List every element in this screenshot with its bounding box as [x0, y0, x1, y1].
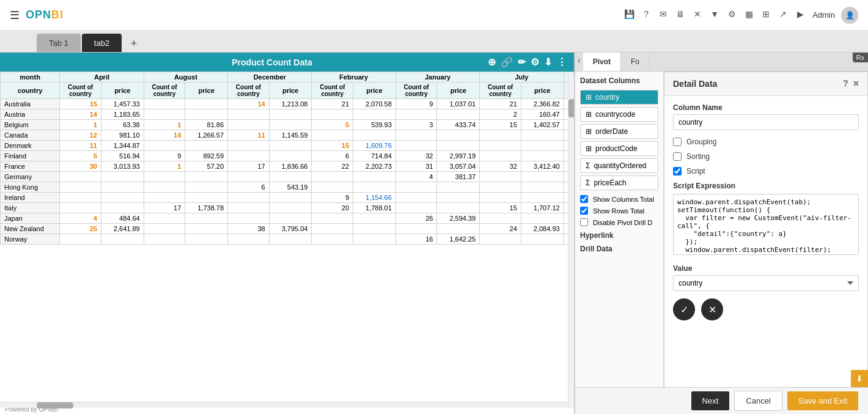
table-cell: Denmark	[1, 141, 60, 151]
table-cell	[480, 130, 521, 141]
show-columns-total-row: Show Columns Total	[580, 195, 658, 203]
expand-icon[interactable]: ↗	[777, 9, 789, 21]
dataset-col-quantityOrdered[interactable]: ΣquantityOrdered	[580, 158, 658, 173]
footer-actions: Next Cancel Save and Exit	[575, 387, 868, 414]
table-cell	[312, 130, 353, 141]
table-cell: 1,344.87	[101, 141, 144, 151]
table-cell: 981.10	[101, 130, 144, 141]
confirm-button[interactable]: ✓	[673, 298, 695, 320]
move-icon[interactable]: ⊕	[488, 56, 496, 68]
download-icon[interactable]: ⬇	[544, 56, 552, 68]
script-checkbox[interactable]	[673, 167, 682, 176]
grouping-checkbox[interactable]	[673, 138, 682, 146]
value-select[interactable]: countrycountrycodeorderDateproductCode	[673, 275, 859, 291]
monitor-icon[interactable]: 🖥	[674, 9, 686, 21]
drill-data-label: Drill Data	[580, 245, 658, 253]
table-cell	[521, 182, 564, 193]
show-rows-total-checkbox[interactable]	[580, 207, 588, 215]
save-icon[interactable]: 💾	[623, 9, 635, 21]
add-tab-button[interactable]: +	[125, 35, 142, 52]
table-cell	[144, 172, 185, 182]
table-container[interactable]: month April August December February Jan…	[0, 72, 574, 245]
help-icon[interactable]: ?	[640, 9, 652, 21]
report-toolbar: ⊕ 🔗 ✏ ⚙ ⬇ ⋮	[488, 56, 567, 68]
table-cell	[144, 193, 185, 203]
report-title-bar: Product Count Data ⊕ 🔗 ✏ ⚙ ⬇ ⋮	[0, 53, 574, 72]
dataset-col-orderDate[interactable]: ⊞orderDate	[580, 124, 658, 139]
month-header: month	[1, 72, 60, 83]
table-cell: 21	[480, 99, 521, 109]
table-cell	[437, 224, 480, 234]
table-cell	[269, 120, 312, 130]
mail-icon[interactable]: ✉	[657, 9, 669, 21]
tab-tab1[interactable]: Tab 1	[37, 34, 81, 52]
h-scrollbar[interactable]	[0, 402, 568, 408]
value-row: Value countrycountrycodeorderDateproduct…	[673, 264, 859, 291]
tab-pivot[interactable]: Pivot	[583, 53, 621, 71]
sorting-label: Sorting	[686, 152, 710, 161]
table-cell	[312, 234, 353, 245]
tab-tab2[interactable]: tab2	[82, 34, 122, 52]
cancel-button[interactable]: Cancel	[734, 391, 782, 411]
table-cell	[60, 193, 101, 203]
edit-icon[interactable]: ✏	[518, 56, 526, 68]
save-exit-button[interactable]: Save and Exit	[787, 391, 858, 410]
menu-icon[interactable]: ☰	[10, 9, 20, 22]
dataset-col-priceEach[interactable]: ΣpriceEach	[580, 176, 658, 190]
more-icon[interactable]: ⋮	[557, 56, 567, 68]
v-scrollbar[interactable]	[568, 75, 574, 408]
table-cell	[353, 213, 396, 224]
settings-icon[interactable]: ⚙	[726, 9, 738, 21]
link-icon[interactable]: 🔗	[501, 56, 513, 68]
table-cell: 1,183.65	[101, 109, 144, 120]
script-expression-input[interactable]	[673, 194, 859, 255]
discard-button[interactable]: ✕	[701, 298, 723, 320]
download-right-icon[interactable]: ⬇	[851, 370, 868, 387]
detail-close-icon[interactable]: ×	[853, 78, 859, 89]
table-cell: Hong Kong	[1, 182, 60, 193]
table-cell: 3	[395, 120, 437, 130]
aug-price-header: price	[185, 83, 228, 99]
dataset-columns-title: Dataset Columns	[580, 76, 658, 85]
detail-panel: Detail Data ? × Column Name Grouping	[664, 72, 868, 411]
disable-pivot-drill-checkbox[interactable]	[580, 218, 588, 226]
tab-bar: Tab 1 tab2 +	[0, 31, 868, 53]
filter-icon[interactable]: ▼	[708, 9, 721, 21]
show-columns-total-label: Show Columns Total	[593, 196, 654, 203]
tab-fo[interactable]: Fo	[621, 53, 650, 71]
table-cell: 24	[480, 224, 521, 234]
dec-count-header: Count ofcountry	[228, 83, 270, 99]
jul-price-header: price	[521, 83, 564, 99]
grouping-label: Grouping	[686, 138, 716, 146]
layout-icon[interactable]: ⊞	[760, 9, 772, 21]
table-cell	[521, 141, 564, 151]
table-cell	[437, 193, 480, 203]
table-cell: 32	[395, 151, 437, 161]
detail-help-icon[interactable]: ?	[843, 78, 848, 89]
table-cell: 1	[144, 161, 185, 172]
filter-clear-icon[interactable]: ✕	[691, 9, 704, 21]
dataset-col-productCode[interactable]: ⊞productCode	[580, 141, 658, 156]
next-button[interactable]: Next	[691, 391, 730, 410]
sidebar-back-button[interactable]: ‹	[575, 53, 583, 71]
show-columns-total-checkbox[interactable]	[580, 195, 588, 203]
main-content: Product Count Data ⊕ 🔗 ✏ ⚙ ⬇ ⋮ month Apr…	[0, 53, 868, 414]
feb-count-header: Count ofcountry	[312, 83, 353, 99]
table-cell: 1,213.08	[269, 99, 312, 109]
dataset-col-countrycode[interactable]: ⊞countrycode	[580, 107, 658, 122]
august-header: August	[144, 72, 227, 83]
table-cell	[228, 109, 270, 120]
april-count-header: Count ofcountry	[60, 83, 101, 99]
sorting-checkbox[interactable]	[673, 152, 682, 161]
column-name-input[interactable]	[673, 114, 859, 130]
table-cell	[480, 141, 521, 151]
table-cell: 433.74	[437, 120, 480, 130]
table-cell	[395, 203, 437, 213]
tools-icon[interactable]: ⚙	[531, 56, 539, 68]
report-title: Product Count Data	[56, 57, 488, 67]
table-cell: Japan	[1, 213, 60, 224]
dataset-col-country[interactable]: ⊞country	[580, 90, 658, 105]
table-cell: 3,013.93	[101, 161, 144, 172]
table-icon[interactable]: ▦	[743, 9, 755, 21]
play-icon[interactable]: ▶	[794, 9, 806, 21]
